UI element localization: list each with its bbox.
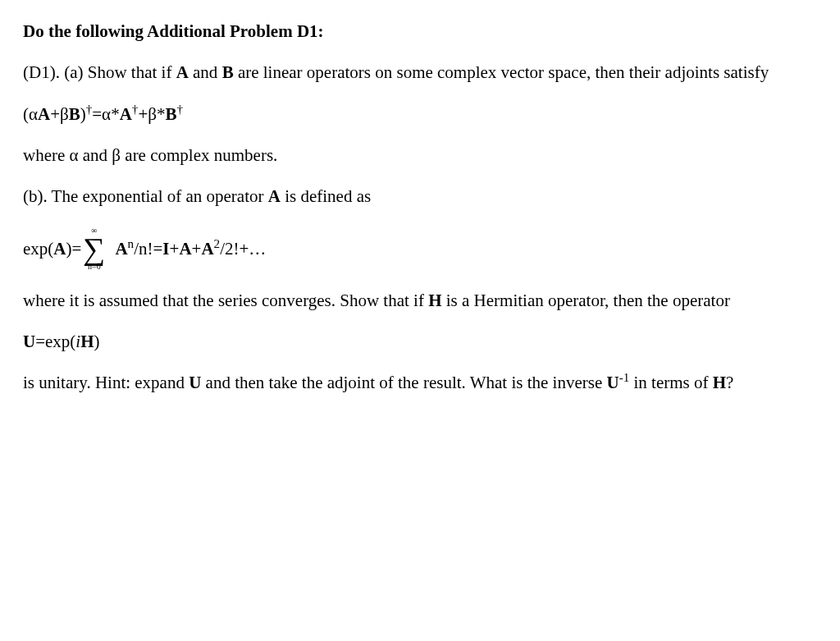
d1-label: (D1). (a) Show that if [23, 62, 176, 82]
herm-rest: is a Hermitian operator, then the operat… [442, 291, 730, 310]
series-rest: /2!+… [220, 239, 266, 259]
part-b-rest: is defined as [281, 186, 371, 206]
eq-plus2: +β* [138, 104, 165, 124]
exp-series-equation: exp(A)= ∞ ∑ n=0 An/n!=I+A+A2/2!+… [23, 227, 817, 271]
hint-U: U [189, 373, 201, 392]
eq-plus: +β [50, 104, 69, 124]
op-A: A [176, 62, 189, 82]
series-plus2: + [192, 239, 202, 259]
hint-U2: U [607, 373, 619, 392]
eq-B: B [69, 104, 80, 124]
H-in-exp: H [80, 332, 94, 351]
series-A2: A [179, 239, 191, 259]
eq-A: A [38, 104, 50, 124]
series-An: A [115, 239, 127, 259]
hint-text: is unitary. Hint: expand U and then take… [23, 371, 817, 394]
series-plus: + [170, 239, 180, 259]
exp-close-eq: )= [66, 237, 82, 260]
eq-eq: =α* [92, 104, 119, 124]
part-b-lead: (b). The exponential of an operator [23, 186, 268, 206]
U-sym: U [23, 332, 35, 351]
and-text: and [189, 62, 222, 82]
part-a-rest: are linear operators on some complex vec… [234, 62, 769, 82]
U-equation: U=exp(iH) [23, 330, 817, 353]
exp-A: A [53, 237, 66, 260]
series-A3: A [201, 239, 213, 259]
hint-q: ? [726, 373, 733, 392]
dagger-icon: † [176, 103, 183, 116]
neg1-exponent: -1 [619, 371, 630, 384]
hint-lead: is unitary. Hint: expand [23, 373, 189, 392]
exp-label: exp( [23, 237, 53, 260]
sum-lower: n=0 [88, 263, 101, 271]
op-H: H [428, 291, 441, 310]
problem-heading: Do the following Additional Problem D1: [23, 20, 817, 43]
two-exponent: 2 [214, 237, 221, 250]
part-b-text: (b). The exponential of an operator A is… [23, 185, 817, 208]
complex-numbers-note: where α and β are complex numbers. [23, 144, 817, 167]
hint-H: H [713, 373, 726, 392]
part-a-text: (D1). (a) Show that if A and B are linea… [23, 61, 817, 84]
sigma-icon: ∞ ∑ n=0 [83, 227, 105, 271]
hint-mid: and then take the adjoint of the result.… [201, 373, 606, 392]
eq-A2: A [120, 104, 132, 124]
op-B: B [222, 62, 234, 82]
op-A-b: A [268, 186, 281, 206]
eq-open: (α [23, 104, 38, 124]
eq-B2: B [165, 104, 176, 124]
hermitian-text: where it is assumed that the series conv… [23, 289, 817, 312]
sum-sigma: ∑ [83, 235, 105, 263]
series-I: I [162, 239, 169, 259]
U-eq-exp: =exp( [35, 332, 75, 351]
series-fact: /n!= [134, 239, 162, 259]
U-close: ) [94, 332, 100, 351]
adjoint-equation: (αA+βB)†=α*A†+β*B† [23, 103, 817, 126]
eq-close: ) [80, 104, 86, 124]
herm-lead: where it is assumed that the series conv… [23, 291, 428, 310]
hint-rest: in terms of [629, 373, 712, 392]
